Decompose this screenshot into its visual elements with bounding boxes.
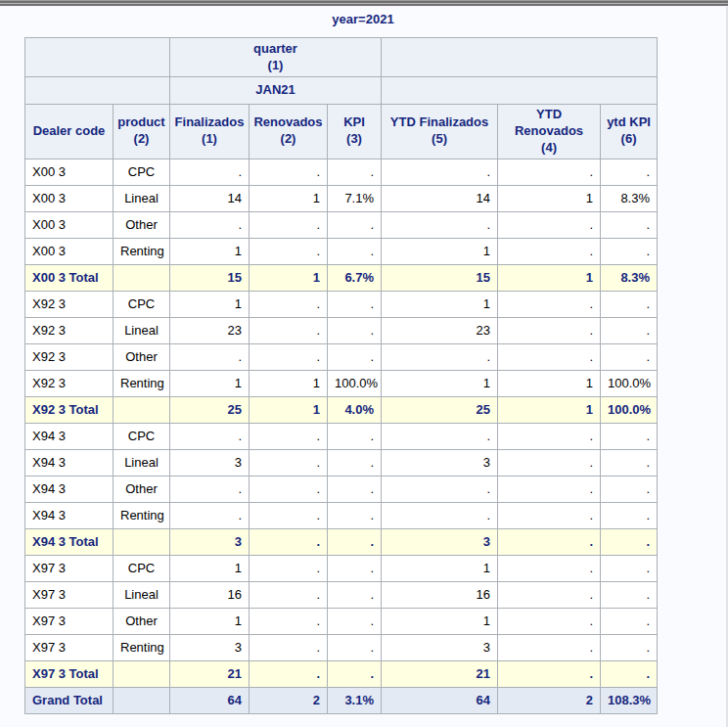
finalizados-cell: 23 xyxy=(170,317,250,343)
renovados-cell: . xyxy=(250,159,328,185)
ytd-kpi-cell: 8.3% xyxy=(601,264,658,291)
dealer-code-cell: X92 3 xyxy=(25,291,114,317)
ytd-finalizados-cell: 3 xyxy=(382,449,498,476)
dealer-code-cell: X00 3 Total xyxy=(25,264,114,291)
column-header-ytd-renovados: YTD Renovados (4) xyxy=(498,105,601,159)
ytd-kpi-cell: . xyxy=(601,211,658,238)
subtotal-row: X97 3 Total21..21.. xyxy=(25,660,658,687)
product-cell: Other xyxy=(114,211,170,238)
kpi-cell: 4.0% xyxy=(328,396,382,423)
empty-header-cell xyxy=(25,77,170,105)
table-row: X00 3Renting1..1.. xyxy=(25,238,658,264)
product-cell: Lineal xyxy=(114,581,170,608)
product-cell: Renting xyxy=(114,238,170,264)
kpi-cell: . xyxy=(328,449,382,476)
dealer-code-cell: X94 3 xyxy=(25,449,114,476)
finalizados-cell: 3 xyxy=(170,528,250,555)
kpi-cell: . xyxy=(328,211,382,238)
quarter-group-header: quarter (1) xyxy=(170,38,382,77)
ytd-renovados-cell: 1 xyxy=(498,264,601,291)
kpi-cell: . xyxy=(328,159,382,185)
table-row: X92 3Other...... xyxy=(25,343,658,370)
ytd-kpi-cell: . xyxy=(601,555,658,581)
finalizados-cell: 1 xyxy=(170,238,250,264)
finalizados-cell: . xyxy=(170,343,250,370)
dealer-code-cell: X94 3 Total xyxy=(25,528,114,555)
renovados-cell: 1 xyxy=(250,264,328,291)
ytd-renovados-cell: . xyxy=(498,449,601,476)
renovados-cell: . xyxy=(250,555,328,581)
ytd-renovados-cell: . xyxy=(498,555,601,581)
ytd-finalizados-cell: . xyxy=(382,476,498,502)
product-cell: CPC xyxy=(114,159,170,185)
ytd-kpi-cell: . xyxy=(601,238,658,264)
finalizados-cell: 64 xyxy=(170,687,250,713)
ytd-finalizados-cell: 3 xyxy=(382,528,498,555)
ytd-finalizados-cell: . xyxy=(382,159,498,185)
finalizados-cell: . xyxy=(170,211,250,238)
table-row: X92 3Lineal23..23.. xyxy=(25,317,658,343)
finalizados-cell: 1 xyxy=(170,608,250,634)
column-header-kpi: KPI (3) xyxy=(328,105,382,159)
product-cell: Renting xyxy=(114,502,170,528)
table-row: X97 3Other1..1.. xyxy=(25,608,658,634)
ytd-kpi-cell: . xyxy=(601,423,658,449)
ytd-kpi-cell: . xyxy=(601,581,658,608)
dealer-code-cell: X94 3 xyxy=(25,476,114,502)
window-divider-bar xyxy=(0,0,728,7)
table-row: X97 3Renting3..3.. xyxy=(25,634,658,660)
renovados-cell: . xyxy=(250,502,328,528)
ytd-finalizados-cell: . xyxy=(382,211,498,238)
dealer-code-cell: X92 3 xyxy=(25,317,114,343)
ytd-kpi-cell: . xyxy=(601,660,658,687)
ytd-renovados-cell: . xyxy=(498,608,601,634)
ytd-kpi-cell: . xyxy=(601,476,658,502)
renovados-cell: . xyxy=(250,581,328,608)
renovados-cell: . xyxy=(250,449,328,476)
ytd-kpi-cell: . xyxy=(601,608,658,634)
dealer-code-cell: X94 3 xyxy=(25,423,114,449)
ytd-renovados-cell: . xyxy=(498,317,601,343)
dealer-code-cell: X97 3 Total xyxy=(25,660,114,687)
ytd-finalizados-cell: 1 xyxy=(382,555,498,581)
ytd-finalizados-cell: 1 xyxy=(382,370,498,396)
dealer-code-cell: X97 3 xyxy=(25,634,114,660)
dealer-code-cell: X00 3 xyxy=(25,159,114,185)
renovados-cell: 1 xyxy=(250,185,328,211)
table-row: X94 3Renting...... xyxy=(25,502,658,528)
dealer-code-cell: X00 3 xyxy=(25,211,114,238)
dealer-code-cell: X94 3 xyxy=(25,502,114,528)
empty-header-cell xyxy=(382,38,658,77)
empty-header-cell xyxy=(25,38,170,77)
kpi-cell: 3.1% xyxy=(328,687,382,713)
ytd-kpi-cell: 108.3% xyxy=(601,687,658,713)
ytd-renovados-cell: . xyxy=(498,423,601,449)
table-row: X00 3CPC...... xyxy=(25,159,658,185)
renovados-cell: . xyxy=(250,291,328,317)
dealer-code-cell: X92 3 Total xyxy=(25,396,114,423)
empty-header-cell xyxy=(382,77,658,105)
product-cell: CPC xyxy=(114,291,170,317)
kpi-cell: . xyxy=(328,291,382,317)
renovados-cell: . xyxy=(250,660,328,687)
page-title: year=2021 xyxy=(0,7,726,37)
dealer-code-cell: X00 3 xyxy=(25,238,114,264)
kpi-cell: . xyxy=(328,528,382,555)
ytd-renovados-cell: 1 xyxy=(498,396,601,423)
ytd-renovados-cell: . xyxy=(498,211,601,238)
ytd-renovados-cell: . xyxy=(498,291,601,317)
finalizados-cell: 14 xyxy=(170,185,250,211)
renovados-cell: . xyxy=(250,476,328,502)
column-header-row: Dealer code product (2) Finalizados (1) … xyxy=(25,105,658,159)
ytd-kpi-cell: . xyxy=(601,317,658,343)
product-cell: CPC xyxy=(114,555,170,581)
kpi-cell: . xyxy=(328,476,382,502)
product-cell: Renting xyxy=(114,370,170,396)
product-cell: Other xyxy=(114,343,170,370)
kpi-cell: . xyxy=(328,555,382,581)
renovados-cell: . xyxy=(250,211,328,238)
finalizados-cell: 1 xyxy=(170,555,250,581)
ytd-finalizados-cell: 25 xyxy=(382,396,498,423)
ytd-kpi-cell: . xyxy=(601,449,658,476)
table-row: X94 3CPC...... xyxy=(25,423,658,449)
